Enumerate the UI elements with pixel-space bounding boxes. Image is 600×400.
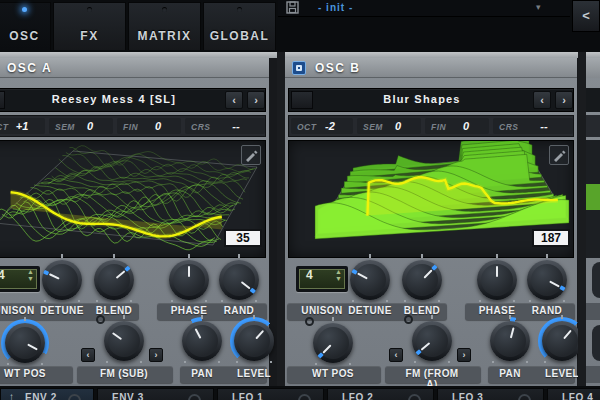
tab-led [162, 7, 167, 12]
osc-b-wavetable-next-button[interactable]: › [555, 91, 573, 109]
up-arrow-icon: ↑ [9, 391, 14, 400]
osc-b-blend-knob[interactable] [402, 260, 442, 300]
osc-b-pan-knob[interactable] [490, 321, 530, 361]
osc-b-enable-checkbox[interactable] [292, 61, 306, 75]
osc-b-phase-knob[interactable] [477, 260, 517, 300]
stepper-arrows-icon[interactable]: ▲▼ [27, 268, 34, 282]
osc-a-unison-stepper[interactable]: 4 ▲▼ [0, 266, 40, 292]
preset-name[interactable]: - init - [318, 2, 353, 13]
oct-value: +1 [7, 120, 37, 132]
tab-matrix[interactable]: MATRIX [128, 2, 201, 50]
osc-b-wavetable-display[interactable]: 187 [288, 140, 574, 258]
osc-a-phase-knob[interactable] [169, 260, 209, 300]
tab-circle-icon[interactable] [408, 394, 421, 400]
osc-b-rand-knob[interactable] [527, 260, 567, 300]
osc-a-wavetable-display[interactable]: 35 [0, 140, 266, 258]
osc-b-wave-3d [289, 141, 573, 257]
oct-value: -2 [315, 120, 345, 132]
osc-a-coarse-field[interactable]: CRS -- [185, 118, 265, 134]
preset-dropdown-icon[interactable]: ▾ [536, 2, 541, 12]
oct-label: OCT [297, 122, 316, 132]
fm-mod-ring-icon [96, 315, 105, 324]
osc-b-wavetable-name[interactable]: Blur Shapes [319, 93, 525, 105]
osc-a-wt-position-value[interactable]: 35 [224, 229, 262, 247]
stepper-arrows-icon[interactable]: ▲▼ [335, 268, 342, 282]
osc-a-wavetable-next-button[interactable]: › [247, 91, 265, 109]
tab-circle-icon[interactable] [518, 394, 531, 400]
level-label: LEVEL [222, 368, 277, 379]
tab-fx-label: FX [54, 29, 125, 43]
unison-value: 4 [0, 268, 5, 282]
tab-circle-icon[interactable] [68, 394, 81, 400]
blend-label: BLEND [82, 305, 146, 316]
tab-osc[interactable]: OSC [0, 2, 51, 50]
osc-a-pan-knob[interactable] [182, 321, 222, 361]
osc-a-blend-knob[interactable] [94, 260, 134, 300]
tab-global[interactable]: GLOBAL [203, 2, 276, 50]
bottom-tab-lfo2[interactable]: LFO 2 [327, 388, 434, 400]
osc-a-level-knob[interactable] [234, 321, 274, 361]
osc-b-wtpos-knob[interactable] [313, 323, 353, 363]
osc-a-edit-pencil-icon[interactable] [241, 145, 261, 165]
bottom-tab-lfo4[interactable]: LFO 4 [547, 388, 600, 400]
osc-a-wavetable-prev-button[interactable]: ‹ [225, 91, 243, 109]
osc-a-octave-field[interactable]: OCT +1 [0, 118, 45, 134]
osc-b-wavetable-selector[interactable]: Blur Shapes ‹ › [288, 88, 574, 112]
top-bar: OSC FX MATRIX GLOBAL - init - ▾ < [0, 0, 600, 52]
bottom-tab-lfo3[interactable]: LFO 3 [437, 388, 544, 400]
osc-b-wt-position-value[interactable]: 187 [532, 229, 570, 247]
osc-b-level-knob[interactable] [542, 321, 578, 361]
bottom-tab-env2[interactable]: ↑ ENV 2 [0, 388, 94, 400]
tab-circle-icon[interactable] [188, 394, 201, 400]
osc-b-fm-knob[interactable] [412, 321, 452, 361]
blend-label: BLEND [390, 305, 454, 316]
osc-a-wtpos-knob[interactable] [5, 323, 45, 363]
tab-led [22, 7, 27, 12]
osc-b-fm-prev-button[interactable]: ‹ [389, 348, 403, 362]
osc-b-wavetable-menu-button[interactable] [291, 91, 313, 109]
tab-fx[interactable]: FX [53, 2, 126, 50]
panel-divider [578, 52, 586, 400]
osc-a-detune-knob[interactable] [42, 260, 82, 300]
sem-value: 0 [383, 120, 413, 132]
osc-b-wavetable-prev-button[interactable]: ‹ [533, 91, 551, 109]
rand-label: RAND [515, 305, 578, 316]
crs-label: CRS [191, 122, 210, 132]
osc-b-header: OSC B [285, 58, 577, 78]
bottom-tab-env3[interactable]: ENV 3 [97, 388, 214, 400]
osc-a-rand-knob[interactable] [219, 260, 259, 300]
osc-a-fm-knob[interactable] [104, 321, 144, 361]
preset-prev-button[interactable]: < [572, 0, 600, 32]
unison-value: 4 [306, 268, 313, 282]
osc-b-panel: OSC B Blur Shapes ‹ › OCT -2 SEM 0 FIN 0 [285, 58, 578, 386]
osc-b-detune-knob[interactable] [350, 260, 390, 300]
osc-b-octave-field[interactable]: OCT -2 [291, 118, 353, 134]
bottom-tab-lfo1[interactable]: LFO 1 [217, 388, 324, 400]
osc-b-semitone-field[interactable]: SEM 0 [357, 118, 421, 134]
serum-plugin-window: OSC FX MATRIX GLOBAL - init - ▾ < [0, 0, 600, 400]
osc-a-wavetable-selector[interactable]: Reesey Mess 4 [SL] ‹ › [0, 88, 266, 112]
save-preset-icon[interactable] [286, 1, 299, 14]
osc-b-edit-pencil-icon[interactable] [549, 145, 569, 165]
osc-b-pitch-row: OCT -2 SEM 0 FIN 0 CRS -- [288, 115, 574, 137]
fm-label: FM (SUB) [92, 368, 156, 379]
osc-a-fine-field[interactable]: FIN 0 [117, 118, 181, 134]
osc-b-unison-stepper[interactable]: 4 ▲▼ [296, 266, 348, 292]
osc-b-coarse-field[interactable]: CRS -- [493, 118, 573, 134]
osc-b-fine-field[interactable]: FIN 0 [425, 118, 489, 134]
osc-a-wavetable-menu-button[interactable] [0, 91, 5, 109]
fin-label: FIN [431, 122, 446, 132]
rand-label: RAND [207, 305, 271, 316]
fin-label: FIN [123, 122, 138, 132]
osc-b-title: OSC B [315, 61, 361, 75]
osc-a-semitone-field[interactable]: SEM 0 [49, 118, 113, 134]
osc-a-fm-prev-button[interactable]: ‹ [81, 348, 95, 362]
osc-a-wavetable-name[interactable]: Reesey Mess 4 [SL] [11, 93, 217, 105]
fm-label: FM (FROM A) [400, 368, 464, 386]
tab-circle-icon[interactable] [298, 394, 311, 400]
tab-osc-label: OSC [0, 29, 50, 43]
osc-a-pitch-row: OCT +1 SEM 0 FIN 0 CRS -- [0, 115, 266, 137]
wtpos-label: WT POS [301, 368, 365, 379]
osc-b-fm-next-button[interactable]: › [457, 348, 471, 362]
osc-a-fm-next-button[interactable]: › [149, 348, 163, 362]
